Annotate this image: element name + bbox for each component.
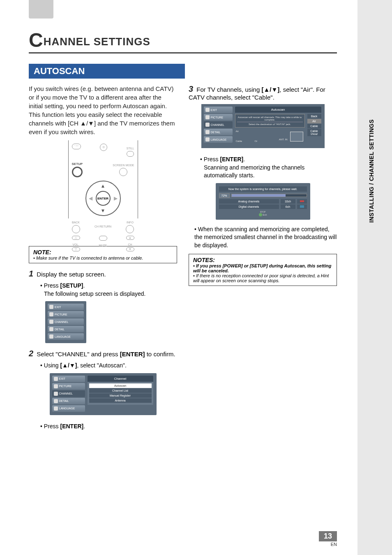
autoscan-diagram: Air Cable Or ANT. IN	[235, 129, 305, 146]
step-2-press-b: [ENTER]	[60, 423, 83, 430]
notes-box-2: NOTES: • If you press [POWER] or [SETUP]…	[189, 254, 337, 286]
remote-setup-label: SETUP	[72, 162, 83, 166]
as-detail-label: DETAIL	[211, 131, 221, 134]
step-3-press-a: • Press	[200, 156, 220, 163]
remote-mute-label: MUTE	[99, 244, 107, 247]
chapter-rule	[29, 52, 337, 53]
remote-diagram: · — 0 STILL SETUP	[68, 140, 138, 218]
step-2-press-enter: • Press [ENTER].	[40, 423, 177, 431]
intro-paragraph: If you switch wires (e.g. between antenn…	[29, 84, 177, 136]
menu-picture-label: PICTURE	[55, 313, 67, 316]
as-diag-tv	[290, 132, 303, 142]
submenu-detail-label: DETAIL	[59, 399, 69, 402]
submenu-channel: CHANNEL	[52, 390, 85, 397]
header-gray-tab	[29, 0, 53, 19]
step-1-bullet-sub: The following setup screen is displayed.	[44, 290, 145, 298]
as-exit-label: EXIT	[211, 109, 217, 111]
scanning-screenshot: Now the system is scanning for channels,…	[216, 183, 310, 220]
submenu-exit-label: EXIT	[59, 377, 66, 380]
channel-opt-autoscan: Autoscan	[89, 383, 152, 388]
submenu-picture-label: PICTURE	[59, 385, 72, 388]
step-1-bullet-pre: • Press	[40, 282, 60, 289]
remote-right-arrow: ▶	[114, 195, 118, 201]
remote-screen-mode-label: SCREEN MODE	[113, 164, 134, 167]
step-2-number: 2	[29, 349, 33, 358]
closing-bullet: • When the scanning and memorizing are c…	[194, 225, 337, 250]
menu-language: LANGUAGE	[48, 333, 84, 340]
as-exit: EXIT	[204, 107, 233, 113]
remote-info-label: INFO	[127, 221, 134, 224]
scan-exit-label: Exit	[263, 213, 267, 216]
submenu-detail: DETAIL	[52, 398, 85, 404]
autoscan-panel-header: Autoscan	[235, 107, 321, 113]
scan-percent: 72%	[219, 193, 230, 198]
language-icon	[205, 137, 210, 142]
as-language-label: LANGUAGE	[211, 138, 227, 141]
scan-stop-label: STOP	[260, 211, 266, 213]
as-channel: CHANNEL	[204, 121, 233, 128]
step-2-text-b: [ENTER]	[120, 351, 145, 358]
remote-down-arrow: ▼	[101, 208, 106, 214]
scan-message: Now the system is scanning for channels,…	[219, 186, 307, 192]
detail-icon	[49, 327, 53, 331]
detail-icon	[54, 399, 58, 403]
remote-ch-label: CH	[128, 243, 132, 246]
side-tab: INSTALLING / CHANNEL SETTINGS	[365, 115, 378, 227]
remote-info-button	[126, 225, 134, 233]
step-3-press-b: [ENTER]	[220, 156, 243, 163]
step-2-bullet-b: [▲/▼]	[60, 362, 77, 369]
remote-setup-button	[72, 167, 83, 177]
setup-menu-screenshot: EXIT PICTURE CHANNEL DETAIL LANGUAGE	[45, 301, 86, 343]
step-3-text-b: [▲/▼]	[261, 86, 279, 93]
right-column: 3 For TV channels, using [▲/▼], select "…	[189, 84, 337, 433]
step-2-press-c: .	[83, 423, 85, 430]
remote-left-arrow: ◀	[89, 195, 92, 201]
channel-submenu-screenshot: EXIT PICTURE CHANNEL DETAIL LANGUAGE Cha…	[50, 373, 157, 415]
autoscan-msg1: Autoscan will rescan all channels. This …	[237, 116, 303, 121]
step-3-number: 3	[189, 84, 193, 93]
language-icon	[49, 334, 53, 339]
remote-ch-down: ▼	[126, 247, 134, 251]
remote-vol-label: VOL.	[73, 243, 79, 246]
as-diag-cable: Cable	[236, 140, 242, 142]
remote-ch-up: ▲	[126, 236, 134, 240]
picture-icon	[205, 115, 210, 119]
submenu-exit: EXIT	[52, 376, 85, 382]
menu-language-label: LANGUAGE	[55, 335, 71, 338]
menu-detail: DETAIL	[48, 326, 84, 332]
submenu-picture: PICTURE	[52, 383, 85, 390]
menu-channel-label: CHANNEL	[55, 320, 68, 323]
step-1-bullet-key: [SETUP]	[60, 282, 83, 289]
channel-opt-manualregister: Manual Register	[89, 393, 152, 398]
step-2-bullet-c: , select "Autoscan".	[77, 362, 126, 369]
left-column: If you switch wires (e.g. between antenn…	[29, 84, 177, 433]
section-title: AUTOSCAN	[29, 64, 185, 79]
menu-exit: EXIT	[48, 304, 84, 310]
step-1-bullet: • Press [SETUP]. The following setup scr…	[40, 282, 177, 298]
exit-icon	[54, 377, 58, 381]
language-icon	[54, 406, 58, 411]
page-footer: 13 EN	[319, 531, 337, 547]
as-opt-back: Back	[307, 114, 321, 118]
exit-icon	[205, 108, 210, 112]
menu-detail-label: DETAIL	[55, 328, 65, 331]
channel-icon	[205, 123, 210, 127]
remote-enter-button: ENTER	[96, 191, 111, 206]
remote-screen-mode-button	[119, 168, 127, 176]
scan-analog-indicator	[297, 199, 307, 204]
page-number: 13	[319, 531, 337, 541]
submenu-channel-label: CHANNEL	[59, 392, 73, 395]
scan-progress-fill	[232, 194, 286, 197]
note-line: • Make sure if the TV is connected to an…	[33, 255, 173, 260]
menu-exit-label: EXIT	[55, 306, 61, 309]
notes2-title: NOTES:	[193, 257, 332, 263]
exit-icon	[49, 305, 53, 309]
step-2-text-c: to confirm.	[145, 351, 175, 358]
step-1-text: Display the setup screen.	[37, 271, 106, 278]
step-1-bullet-post: .	[83, 282, 85, 289]
chapter-title: CHANNEL SETTINGS	[29, 29, 337, 51]
step-3-press-enter: • Press [ENTER]. Scanning and memorizing…	[200, 156, 337, 180]
remote-mute-button	[99, 236, 107, 241]
picture-icon	[49, 312, 53, 316]
autoscan-msg2: Select the destination of "ANT.IN" jack.	[237, 122, 303, 125]
